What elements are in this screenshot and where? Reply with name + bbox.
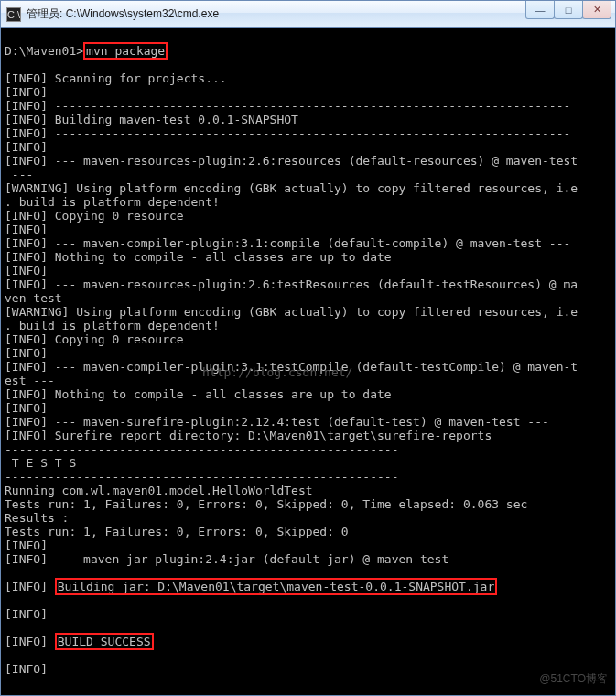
console-line: Tests run: 1, Failures: 0, Errors: 0, Sk… xyxy=(5,525,611,538)
cmd-window: C:\ 管理员: C:\Windows\system32\cmd.exe — □… xyxy=(0,0,616,696)
window-controls: — □ ✕ xyxy=(526,1,611,19)
console-line: [INFO] xyxy=(5,223,611,236)
close-button[interactable]: ✕ xyxy=(582,1,611,19)
console-line: [INFO] ---------------------------------… xyxy=(5,126,611,140)
console-line: ----------------------------------------… xyxy=(5,470,611,484)
console-line: Results : xyxy=(5,511,611,525)
console-line: . build is platform dependent! xyxy=(5,195,611,209)
console-line: [INFO] xyxy=(5,401,611,415)
console-line: [INFO] Copying 0 resource xyxy=(5,332,611,346)
title-bar[interactable]: C:\ 管理员: C:\Windows\system32\cmd.exe — □… xyxy=(1,1,615,28)
app-icon: C:\ xyxy=(6,7,21,22)
command-highlight: mvn package xyxy=(83,42,168,60)
console-line: [WARNING] Using platform encoding (GBK a… xyxy=(5,181,611,195)
info-line: [INFO] xyxy=(5,662,611,676)
console-line: [INFO] Scanning for projects... xyxy=(5,71,611,85)
console-line: [INFO] xyxy=(5,346,611,360)
console-line: [INFO] xyxy=(5,264,611,277)
console-line: [WARNING] Using platform encoding (GBK a… xyxy=(5,305,611,319)
success-highlight: BUILD SUCCESS xyxy=(55,633,154,650)
console-line: --- xyxy=(5,168,611,181)
console-line: [INFO] --- maven-surefire-plugin:2.12.4:… xyxy=(5,415,611,429)
console-line: [INFO] Building maven-test 0.0.1-SNAPSHO… xyxy=(5,113,611,126)
console-line: [INFO] ---------------------------------… xyxy=(5,99,611,113)
console-line: [INFO] Nothing to compile - all classes … xyxy=(5,387,611,401)
console-output[interactable]: D:\Maven01>mvn package [INFO] Scanning f… xyxy=(1,28,615,695)
console-line: [INFO] Copying 0 resource xyxy=(5,209,611,223)
console-line: [INFO] Surefire report directory: D:\Mav… xyxy=(5,429,611,442)
console-line: . build is platform dependent! xyxy=(5,319,611,332)
console-line: [INFO] xyxy=(5,140,611,154)
console-line: Running com.wl.maven01.model.HelloWorldT… xyxy=(5,484,611,497)
prompt-path: D:\Maven01> xyxy=(5,44,83,58)
info-line: [INFO] xyxy=(5,607,611,621)
console-line: [INFO] Nothing to compile - all classes … xyxy=(5,250,611,264)
window-title: 管理员: C:\Windows\system32\cmd.exe xyxy=(27,6,219,22)
console-line: Tests run: 1, Failures: 0, Errors: 0, Sk… xyxy=(5,497,611,511)
watermark: @51CTO博客 xyxy=(539,672,608,686)
console-line: [INFO] --- maven-resources-plugin:2.6:te… xyxy=(5,277,611,291)
jar-highlight: Building jar: D:\Maven01\target\maven-te… xyxy=(55,578,497,595)
console-line: [INFO] --- maven-jar-plugin:2.4:jar (def… xyxy=(5,552,611,566)
info-prefix: [INFO] xyxy=(5,635,55,648)
console-line: [INFO] --- maven-resources-plugin:2.6:re… xyxy=(5,154,611,168)
console-line: [INFO] --- maven-compiler-plugin:3.1:com… xyxy=(5,236,611,250)
minimize-button[interactable]: — xyxy=(525,1,555,19)
console-line: ven-test --- xyxy=(5,291,611,305)
console-line: [INFO] xyxy=(5,85,611,99)
console-line: T E S T S xyxy=(5,456,611,470)
watermark-faint: http://blog.csdn.net/ xyxy=(202,365,352,379)
console-line: [INFO] xyxy=(5,538,611,552)
info-prefix: [INFO] xyxy=(5,580,55,593)
maximize-button[interactable]: □ xyxy=(554,1,583,19)
console-line: ----------------------------------------… xyxy=(5,442,611,456)
